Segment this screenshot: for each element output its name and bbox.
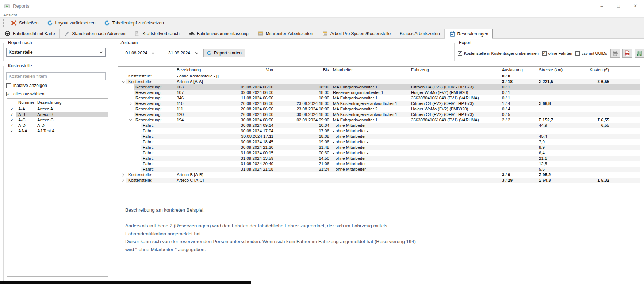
column-header-mitarbeiter[interactable]: Mitarbeiter xyxy=(331,67,409,73)
export-button-printer[interactable] xyxy=(610,49,620,58)
select-all-checkbox-row[interactable]: ✓ alles auswählen xyxy=(6,91,44,96)
select-all-checkbox[interactable]: ✓ xyxy=(6,92,11,96)
table-row-fahrt-30-08-2024-21-20[interactable]: Fahrt:30.08.2024 21:2021:48- ohne Mitarb… xyxy=(118,145,640,150)
tab-kraftstoffverbrauch[interactable]: Kraftstoffverbrauch xyxy=(130,29,184,38)
cell-auslastung: 0 / 5 xyxy=(500,112,537,117)
column-header-kosten[interactable]: Kosten (€) xyxy=(573,67,611,73)
tab-standzeiten-nach-adressen[interactable]: Standzeiten nach Adressen xyxy=(60,29,130,38)
row-checkbox[interactable]: ✓ xyxy=(10,113,14,117)
tab-arbeit-pro-system-kostenstelle[interactable]: Arbeit Pro System/Kostenstelle xyxy=(318,29,395,38)
description-line xyxy=(125,214,416,222)
expander-closed-icon[interactable] xyxy=(122,179,125,182)
table-row-reservierung-194[interactable]: Reservierung:19430.08.2024 08:0002.09.20… xyxy=(118,117,640,123)
cell-von: 30.08.2024 18:45 xyxy=(234,139,275,145)
checkbox[interactable]: ✓ xyxy=(542,51,547,56)
row-checkbox[interactable]: ✓ xyxy=(10,118,14,122)
reset-layout-button[interactable]: Layout zurücksetzen xyxy=(45,19,98,27)
close-window-button[interactable]: ✕ xyxy=(627,0,644,11)
table-row-reservierung-110[interactable]: Reservierung:11020.08.2024 06:0023.08.20… xyxy=(118,101,640,106)
list-item[interactable]: ✓A-BArteco B xyxy=(7,112,108,117)
tab-krauss-arbeitszeiten[interactable]: Krauss Arbeitszeiten xyxy=(395,29,444,38)
close-report-button[interactable]: Schließen xyxy=(8,19,41,27)
cell-strecke: 21,1 xyxy=(537,156,573,161)
date-from-picker[interactable]: 01.08.2024 xyxy=(119,49,157,57)
calendar-check-icon xyxy=(449,31,455,37)
table-row-fahrt-30-08-2024-18-45[interactable]: Fahrt:30.08.2024 18:4519:06- ohne Mitarb… xyxy=(118,139,640,145)
cell-von: 31.08.2024 20:40 xyxy=(234,161,275,167)
date-to-picker[interactable]: 31.08.2024 xyxy=(161,49,201,57)
list-item[interactable]: ✓AJ-AAJ Test A xyxy=(7,128,108,134)
row-checkbox[interactable]: ✓ xyxy=(10,129,14,133)
maximize-button[interactable]: □ xyxy=(610,0,627,11)
report-description: Beschreibung am konkreten Beispiel: Ande… xyxy=(125,206,416,253)
export-checkbox-label: Kostenstelle in Kostenträger umbenennen xyxy=(464,51,539,56)
inactive-checkbox[interactable] xyxy=(6,83,11,88)
reset-layout-label: Layout zurücksetzen xyxy=(55,20,95,26)
expander-open-icon[interactable] xyxy=(129,118,132,122)
table-row-reservierung-111[interactable]: Reservierung:11120.08.2024 06:0023.08.20… xyxy=(118,106,640,112)
table-row-fahrt-30-08-2024-09-14[interactable]: Fahrt:30.08.2024 09:1410:04- ohne Mitarb… xyxy=(118,123,640,128)
tab-fahrtenzusammenfassung[interactable]: Fahrtenzusammenfassung xyxy=(184,29,253,38)
list-item[interactable]: ✓A-AArteco A xyxy=(7,106,108,112)
list-header-checkbox-col xyxy=(7,99,16,106)
cell-bis: 17:06 xyxy=(275,128,331,134)
checkbox[interactable] xyxy=(575,51,580,56)
table-row-kostenstelle-arteco-c-a-c[interactable]: Kostenstelle:Arteco C [A-C]3 / 29Σ 64,3Σ… xyxy=(118,178,640,183)
column-header-strecke-km[interactable]: Strecke (km) xyxy=(537,67,573,73)
column-header-bezeichnung[interactable]: Bezeichnung xyxy=(175,67,234,73)
expander-closed-icon[interactable] xyxy=(122,173,125,177)
tab-mitarbeiter-arbeitszeiten[interactable]: Mitarbeiter-Arbeitszeiten xyxy=(253,29,318,38)
tab-fahrtbericht-mit-karte[interactable]: Fahrtbericht mit Karte xyxy=(0,29,60,38)
select-all-checkbox-label: alles auswählen xyxy=(13,91,44,96)
table-row-kostenstelle-ohne-kostenstelle[interactable]: Kostenstelle:- ohne Kostenstelle - []0 /… xyxy=(118,73,640,79)
table-row-reservierung-346[interactable]: Reservierung:34611.08.2024 06:0018:00MA … xyxy=(118,95,640,101)
report-starten-button[interactable]: Report starten xyxy=(203,49,245,57)
menu-item-ansicht[interactable]: Ansicht xyxy=(3,13,17,17)
cell-fahrzeug: 356308041661049 (FV1) (VARUNA) xyxy=(409,95,500,101)
csv-icon: CSV xyxy=(636,50,642,56)
row-checkbox[interactable]: ✓ xyxy=(10,107,14,111)
export-checkbox-kostenstelle-in-kostenträger-umbenennen[interactable]: ✓Kostenstelle in Kostenträger umbenennen xyxy=(458,51,539,56)
column-header-auslastung[interactable]: Auslastung xyxy=(500,67,537,73)
column-header-bis[interactable]: Bis xyxy=(275,67,331,73)
cell-bis: 00:30 xyxy=(275,150,331,156)
description-line: Fahreridentifikation angemeldet hat. xyxy=(125,230,416,238)
column-header-von[interactable]: Von xyxy=(234,67,275,73)
toolbar: Schließen Layout zurücksetzen Tabellenko… xyxy=(0,17,644,29)
report-nach-select[interactable]: Kostenstelle xyxy=(6,48,106,57)
export-button-pdf[interactable]: PDF xyxy=(622,49,632,58)
row-checkbox[interactable]: ✓ xyxy=(10,124,14,128)
sheet-icon xyxy=(322,31,328,37)
kostenstellen-filter-input[interactable] xyxy=(6,72,106,80)
minimize-button[interactable]: – xyxy=(593,0,610,11)
table-row-fahrt-30-08-2024-17-11[interactable]: Fahrt:30.08.2024 17:1118:08- ohne Mitarb… xyxy=(118,134,640,139)
table-row-kostenstelle-arteco-b-a-b[interactable]: Kostenstelle:Arteco B [A-B]3 / 9Σ 95,2 xyxy=(118,172,640,178)
column-header-tree[interactable] xyxy=(118,67,175,73)
table-row-reservierung-120[interactable]: Reservierung:12026.08.2024 06:0030.08.20… xyxy=(118,112,640,117)
expander-closed-icon[interactable] xyxy=(129,102,132,105)
sheet-icon xyxy=(258,31,264,37)
export-button-csv[interactable]: CSV xyxy=(635,49,644,58)
expander-open-icon[interactable] xyxy=(122,80,125,83)
checkbox[interactable]: ✓ xyxy=(458,51,462,56)
column-header-fahrzeug[interactable]: Fahrzeug xyxy=(409,67,500,73)
cell-fahrzeug: Holger WoMo (FV2) (FMB920) xyxy=(409,90,500,95)
table-row-fahrt-31-08-2024-20-40[interactable]: Fahrt:31.08.2024 20:4021:06- ohne Mitarb… xyxy=(118,161,640,167)
table-row-fahrt-31-08-2024-13-59[interactable]: Fahrt:31.08.2024 13:5914:50- ohne Mitarb… xyxy=(118,156,640,161)
export-checkbox-csv-mit-uuids[interactable]: csv mit UUIDs xyxy=(575,51,607,56)
cell-bezeichnung: 107 xyxy=(175,90,234,95)
tab-reservierungen[interactable]: Reservierungen xyxy=(445,29,493,39)
reset-tablehead-button[interactable]: Tabellenkopf zurücksetzen xyxy=(101,19,166,27)
table-row-reservierung-107[interactable]: Reservierung:10709.08.2024 06:0018:00Res… xyxy=(118,90,640,95)
inactive-checkbox-row[interactable]: inaktive anzeigen xyxy=(6,83,47,88)
table-row-fahrt-31-08-2024-00-15[interactable]: Fahrt:31.08.2024 00:1500:30- ohne Mitarb… xyxy=(118,150,640,156)
report-nach-value: Kostenstelle xyxy=(9,50,99,55)
table-row-fahrt-30-08-2024-17-04[interactable]: Fahrt:30.08.2024 17:0417:06- ohne Mitarb… xyxy=(118,128,640,134)
cell-strecke: Σ 68,8 xyxy=(537,101,573,106)
list-item[interactable]: ✓A-CArteco C xyxy=(7,117,108,123)
table-row-reservierung-103[interactable]: Reservierung:10305.08.2024 06:0018:00MA … xyxy=(118,84,640,90)
list-item[interactable]: ✓A-DA-D xyxy=(7,123,108,128)
table-row-kostenstelle-arteco-a-a-a[interactable]: Kostenstelle:Arteco A [A-A]3 / 18Σ 221,5… xyxy=(118,79,640,84)
export-checkbox-ohne-fahrten[interactable]: ✓ohne Fahrten xyxy=(542,51,572,56)
table-row-fahrt-31-08-2024-21-08[interactable]: Fahrt:31.08.2024 21:0821:24- ohne Mitarb… xyxy=(118,167,640,172)
